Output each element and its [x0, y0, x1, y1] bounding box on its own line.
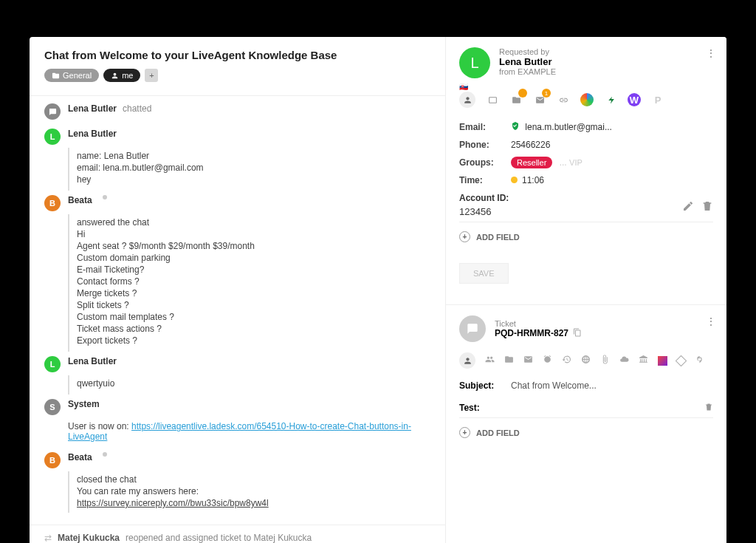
- attach-icon[interactable]: [600, 355, 610, 366]
- alarm-icon[interactable]: [543, 355, 552, 366]
- message-author: Lena Butler: [68, 356, 117, 366]
- shopify-icon[interactable]: [604, 93, 617, 106]
- groups-value: Reseller ... VIP: [511, 157, 713, 168]
- status-dot: [103, 452, 107, 457]
- app-window: Chat from Welcome to your LiveAgent Know…: [30, 37, 726, 543]
- svg-rect-0: [489, 97, 496, 103]
- ticket-id: PQD-HRMMR-827: [495, 328, 568, 338]
- account-value[interactable]: 123456: [459, 206, 713, 217]
- history-icon[interactable]: [562, 355, 571, 366]
- avatar-beata: B: [44, 195, 61, 211]
- requester-row: L 🇸🇰 Requested by Lena Butler from EXAMP…: [459, 47, 713, 78]
- add-tag-button[interactable]: +: [145, 69, 158, 82]
- globe-icon[interactable]: [581, 355, 591, 366]
- status-dot: [103, 195, 107, 199]
- avatar-lena: L: [44, 129, 61, 145]
- message-line: Custom domain parking: [77, 253, 430, 263]
- message-note: answered the chat: [77, 217, 430, 228]
- message-author: Beata: [68, 452, 92, 462]
- message-line: Hi: [77, 229, 430, 239]
- conversation-body: Lena Butler chatted L Lena Butler name: …: [30, 96, 445, 525]
- tag-me[interactable]: me: [103, 69, 140, 82]
- footer-icon: ⇄: [44, 533, 52, 543]
- contact-info: Email: lena.m.butler@gmai... Phone: 2546…: [459, 121, 713, 185]
- message-line: Export tickets ?: [77, 335, 430, 346]
- page-title: Chat from Welcome to your LiveAgent Know…: [44, 49, 430, 61]
- person-icon[interactable]: [459, 352, 475, 369]
- refresh-icon[interactable]: [695, 355, 704, 366]
- time-text: 11:06: [522, 175, 544, 185]
- people-icon[interactable]: [485, 355, 495, 366]
- integration-icons: 1 W P: [459, 92, 713, 108]
- delete-icon[interactable]: [704, 403, 713, 414]
- message-line: Merge tickets ?: [77, 288, 430, 298]
- add-field-button[interactable]: + ADD FIELD: [459, 231, 713, 242]
- footer-actor: Matej Kukucka: [58, 533, 120, 543]
- chat-action: chatted: [123, 103, 151, 114]
- chat-header: Lena Butler chatted: [68, 103, 151, 114]
- color-square-icon[interactable]: [658, 356, 667, 366]
- window-icon[interactable]: [486, 93, 499, 106]
- time-dot-icon: [511, 177, 518, 183]
- add-field-label: ADD FIELD: [476, 233, 520, 242]
- phone-label: Phone:: [459, 140, 511, 150]
- message-author: Lena Butler: [68, 129, 117, 139]
- ticket-id-row: PQD-HRMMR-827: [495, 328, 582, 339]
- folder-icon[interactable]: [504, 355, 514, 366]
- person-icon: [111, 72, 119, 80]
- mail-badge-icon[interactable]: 1: [533, 93, 546, 106]
- add-field-button[interactable]: + ADD FIELD: [459, 427, 713, 438]
- chat-header-row: Lena Butler chatted: [44, 103, 430, 120]
- edit-icon[interactable]: [682, 200, 694, 215]
- message-line: hey: [77, 174, 430, 185]
- message-row: L Lena Butler: [44, 129, 430, 145]
- details-pane: ⋮ L 🇸🇰 Requested by Lena Butler from EXA…: [446, 37, 726, 543]
- avatar-lena: L: [44, 356, 61, 372]
- tag-me-label: me: [122, 71, 133, 80]
- diamond-icon[interactable]: [676, 355, 687, 366]
- add-field-label: ADD FIELD: [476, 428, 520, 437]
- bank-icon[interactable]: [639, 355, 648, 366]
- message-body: name: Lena Butler email: lena.m.butler@g…: [68, 148, 430, 191]
- save-button[interactable]: SAVE: [459, 263, 509, 284]
- subject-label: Subject:: [459, 380, 511, 391]
- chat-icon: [49, 108, 57, 116]
- footer-action: reopened and assigned ticket to Matej Ku…: [126, 533, 312, 543]
- account-field: Account ID: 123456: [459, 193, 713, 222]
- message-line: qwertyuio: [77, 378, 430, 389]
- message-line: Custom mail templates ?: [77, 312, 430, 322]
- time-value: 11:06: [511, 175, 713, 185]
- survey-link[interactable]: https://survey.nicereply.com//bwu33sic/b…: [77, 498, 269, 508]
- more-menu-icon[interactable]: ⋮: [706, 315, 716, 327]
- system-label: System: [68, 399, 100, 409]
- message-line: Split tickets ?: [77, 300, 430, 310]
- flag-icon: 🇸🇰: [459, 83, 468, 91]
- cloud-icon[interactable]: [619, 355, 629, 366]
- message-line: Ticket mass actions ?: [77, 324, 430, 334]
- subject-field: Subject: Chat from Welcome...: [459, 380, 713, 391]
- mail-icon[interactable]: [523, 355, 533, 366]
- chat-icon-avatar: [44, 103, 61, 120]
- delete-icon[interactable]: [701, 200, 713, 215]
- brand-p-icon[interactable]: P: [651, 93, 664, 106]
- message-line: name: Lena Butler: [77, 151, 430, 161]
- email-text: lena.m.butler@gmai...: [525, 122, 612, 132]
- message-line: You can rate my answers here:: [77, 486, 430, 496]
- brand-w-icon[interactable]: W: [628, 93, 641, 106]
- message-line: E-mail Ticketing?: [77, 264, 430, 275]
- email-label: Email:: [459, 122, 511, 132]
- system-prefix: User is now on:: [68, 421, 129, 431]
- folder-badge-icon[interactable]: [509, 93, 523, 106]
- brand-circle-icon[interactable]: [580, 93, 594, 106]
- plus-circle-icon: +: [459, 231, 470, 242]
- message-row: L Lena Butler: [44, 356, 430, 372]
- message-body: qwertyuio: [68, 375, 430, 395]
- tag-general[interactable]: General: [44, 69, 99, 82]
- copy-icon[interactable]: [573, 328, 582, 339]
- group-vip-pill[interactable]: VIP: [569, 158, 583, 167]
- link-icon[interactable]: [557, 93, 570, 106]
- person-tab-icon[interactable]: [459, 92, 475, 108]
- message-author: Beata: [68, 195, 92, 205]
- message-line: Contact forms ?: [77, 276, 430, 287]
- group-reseller-pill[interactable]: Reseller: [511, 157, 552, 168]
